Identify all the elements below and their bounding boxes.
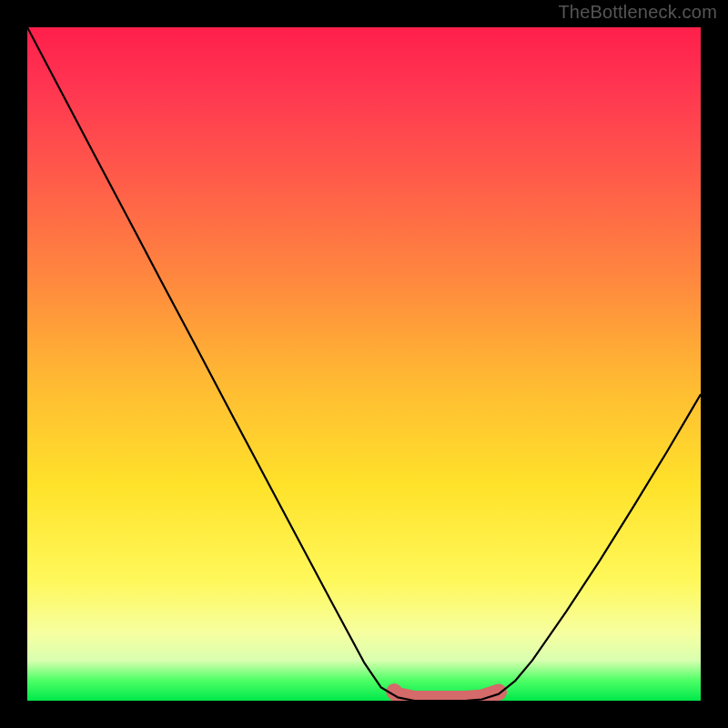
watermark-text: TheBottleneck.com bbox=[558, 2, 717, 23]
bottleneck-curve bbox=[27, 27, 701, 701]
plot-area bbox=[27, 27, 701, 701]
chart-frame: TheBottleneck.com bbox=[0, 0, 728, 728]
chart-svg bbox=[27, 27, 701, 701]
